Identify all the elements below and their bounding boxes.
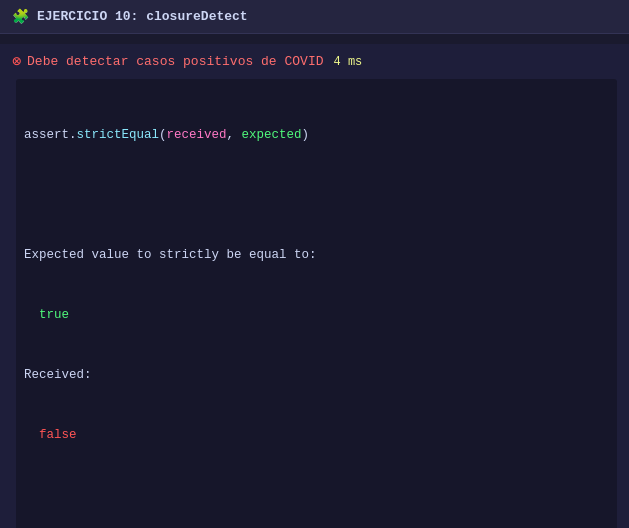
test-item-1: ⊗ Debe detectar casos positivos de COVID…	[0, 44, 629, 528]
code-block-1: assert.strictEqual(received, expected) E…	[24, 85, 609, 528]
test-details-1: assert.strictEqual(received, expected) E…	[16, 79, 617, 528]
test-header-1[interactable]: ⊗ Debe detectar casos positivos de COVID…	[12, 52, 617, 71]
assert-line: assert.strictEqual(received, expected)	[24, 125, 609, 145]
fail-icon-1: ⊗	[12, 52, 21, 71]
expected-value-line: true	[24, 305, 609, 325]
received-label-line: Received:	[24, 365, 609, 385]
expected-label-line: Expected value to strictly be equal to:	[24, 245, 609, 265]
window: 🧩 EJERCICIO 10: closureDetect ⊗ Debe det…	[0, 0, 629, 528]
title-bar: 🧩 EJERCICIO 10: closureDetect	[0, 0, 629, 34]
blank-line-1	[24, 185, 609, 205]
blank-line-2	[24, 485, 609, 505]
test-list: ⊗ Debe detectar casos positivos de COVID…	[0, 34, 629, 528]
test-label-1: Debe detectar casos positivos de COVID	[27, 54, 323, 69]
ejercicio-icon: 🧩	[12, 8, 29, 25]
received-value-line: false	[24, 425, 609, 445]
test-time-1: 4 ms	[333, 55, 362, 69]
window-title: EJERCICIO 10: closureDetect	[37, 9, 248, 24]
